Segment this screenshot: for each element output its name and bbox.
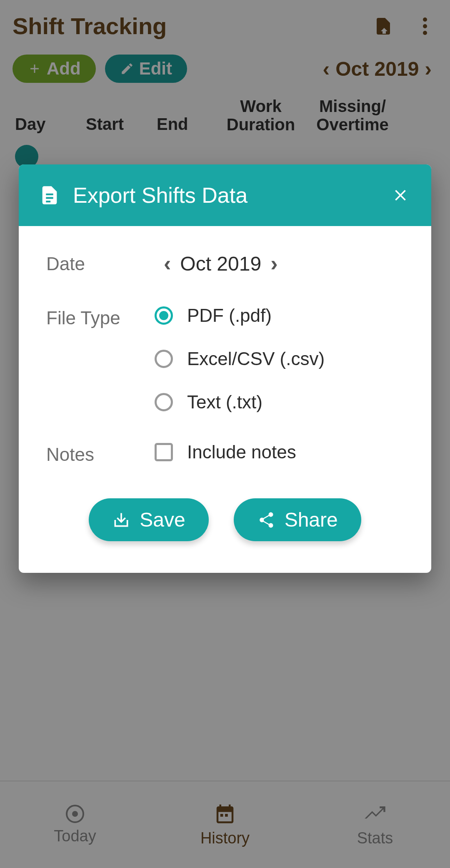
- filetype-row: File Type PDF (.pdf) Excel/CSV (.csv) Te…: [46, 305, 404, 413]
- dialog-title: Export Shifts Data: [73, 183, 390, 208]
- radio-icon: [155, 306, 173, 325]
- date-label: Date: [46, 251, 155, 274]
- include-notes-checkbox[interactable]: Include notes: [155, 442, 404, 463]
- radio-icon: [155, 350, 173, 368]
- radio-txt-label: Text (.txt): [187, 392, 262, 413]
- radio-pdf-label: PDF (.pdf): [187, 305, 272, 326]
- radio-csv-label: Excel/CSV (.csv): [187, 348, 325, 369]
- dialog-header: Export Shifts Data: [19, 164, 431, 226]
- save-label: Save: [140, 508, 185, 531]
- checkbox-icon: [155, 443, 173, 461]
- date-selector: ‹ Oct 2019 ›: [155, 251, 404, 276]
- radio-icon: [155, 393, 173, 411]
- date-next-icon[interactable]: ›: [261, 251, 287, 276]
- close-icon: [391, 186, 410, 204]
- radio-csv[interactable]: Excel/CSV (.csv): [155, 348, 404, 369]
- filetype-label: File Type: [46, 305, 155, 328]
- download-icon: [112, 511, 130, 529]
- export-dialog: Export Shifts Data Date ‹ Oct 2019 › Fil…: [19, 164, 431, 573]
- document-icon: [39, 184, 60, 206]
- close-button[interactable]: [390, 184, 411, 206]
- date-row: Date ‹ Oct 2019 ›: [46, 251, 404, 276]
- include-notes-label: Include notes: [187, 442, 296, 463]
- notes-row: Notes Include notes: [46, 442, 404, 465]
- share-button[interactable]: Share: [234, 498, 361, 541]
- date-value[interactable]: Oct 2019: [180, 252, 261, 275]
- share-label: Share: [285, 508, 338, 531]
- radio-txt[interactable]: Text (.txt): [155, 392, 404, 413]
- date-prev-icon[interactable]: ‹: [155, 251, 180, 276]
- dialog-actions: Save Share: [46, 478, 404, 552]
- share-icon: [257, 511, 275, 529]
- radio-pdf[interactable]: PDF (.pdf): [155, 305, 404, 326]
- notes-label: Notes: [46, 442, 155, 465]
- save-button[interactable]: Save: [89, 498, 208, 541]
